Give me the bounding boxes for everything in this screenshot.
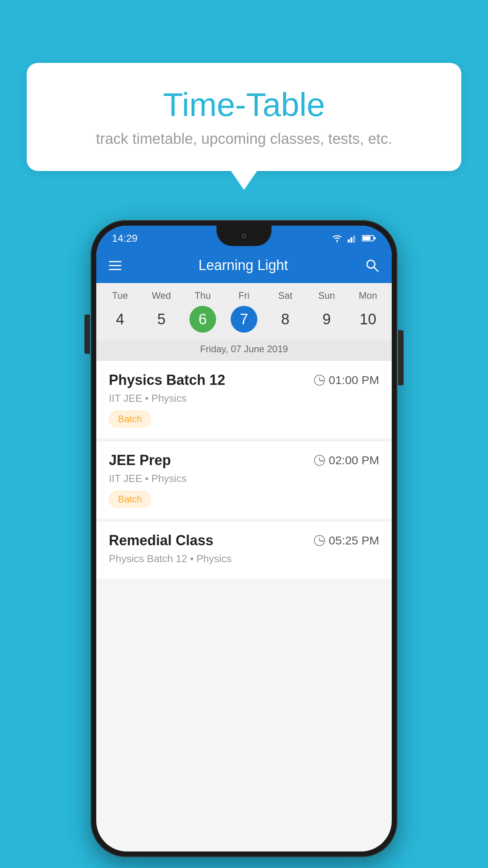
selected-date-label: Friday, 07 June 2019 — [96, 340, 392, 361]
search-button[interactable] — [365, 258, 379, 272]
camera — [240, 232, 248, 240]
date-col-8[interactable]: 8 — [265, 306, 306, 333]
date-8: 8 — [272, 306, 299, 333]
schedule-item-3-subtitle: Physics Batch 12 • Physics — [109, 553, 379, 565]
schedule-item-2-header: JEE Prep 02:00 PM — [109, 452, 379, 469]
day-col-wed[interactable]: Wed — [141, 290, 182, 301]
phone-notch — [216, 226, 272, 246]
date-5: 5 — [148, 306, 175, 333]
day-col-fri[interactable]: Fri — [223, 290, 264, 301]
date-col-9[interactable]: 9 — [306, 306, 347, 333]
schedule-item-2-subtitle: IIT JEE • Physics — [109, 473, 379, 485]
schedule-item-2[interactable]: JEE Prep 02:00 PM IIT JEE • Physics Batc… — [96, 441, 392, 519]
schedule-item-2-time: 02:00 PM — [314, 454, 379, 467]
date-9: 9 — [313, 306, 340, 333]
date-col-7[interactable]: 7 — [223, 306, 264, 333]
phone-screen: 14:29 — [96, 226, 392, 851]
clock-icon-1 — [314, 375, 325, 386]
day-name-wed: Wed — [152, 290, 171, 301]
day-name-thu: Thu — [194, 290, 211, 301]
schedule-item-3-time-text: 05:25 PM — [329, 534, 379, 547]
status-time: 14:29 — [112, 232, 138, 245]
schedule-item-3-header: Remedial Class 05:25 PM — [109, 532, 379, 549]
day-name-mon: Mon — [359, 290, 377, 301]
speech-bubble-subtitle: track timetable, upcoming classes, tests… — [42, 131, 446, 147]
phone-outer: 14:29 — [91, 220, 397, 857]
date-6-today: 6 — [189, 306, 216, 333]
app-bar: Learning Light — [96, 248, 392, 283]
days-header: Tue Wed Thu Fri Sat Sun Mon — [96, 283, 392, 303]
date-col-10[interactable]: 10 — [347, 306, 389, 333]
svg-rect-5 — [374, 237, 376, 239]
schedule-item-1-badge: Batch — [109, 411, 151, 427]
day-name-sat: Sat — [278, 290, 292, 301]
clock-minute-2 — [319, 460, 324, 462]
speech-bubble-title: Time-Table — [42, 86, 446, 123]
schedule-item-2-time-text: 02:00 PM — [329, 454, 379, 467]
day-col-mon[interactable]: Mon — [347, 290, 389, 301]
battery-icon — [362, 235, 376, 242]
search-icon — [365, 258, 379, 272]
hamburger-line — [109, 269, 121, 270]
speech-bubble: Time-Table track timetable, upcoming cla… — [27, 63, 461, 171]
clock-minute-1 — [319, 380, 324, 381]
schedule-item-3[interactable]: Remedial Class 05:25 PM Physics Batch 12… — [96, 521, 392, 579]
day-name-sun: Sun — [318, 290, 335, 301]
day-col-sun[interactable]: Sun — [306, 290, 347, 301]
schedule-item-1-title: Physics Batch 12 — [109, 372, 225, 388]
day-name-fri: Fri — [238, 290, 250, 301]
clock-icon-3 — [314, 535, 325, 546]
svg-rect-0 — [348, 239, 350, 243]
svg-line-7 — [374, 267, 378, 271]
status-icons — [331, 234, 376, 243]
clock-minute-3 — [319, 541, 324, 542]
schedule-item-1-time-text: 01:00 PM — [329, 373, 379, 387]
app-title: Learning Light — [132, 257, 354, 274]
svg-rect-2 — [353, 235, 355, 243]
schedule-item-3-time: 05:25 PM — [314, 534, 379, 547]
date-col-4[interactable]: 4 — [99, 306, 141, 333]
date-4: 4 — [107, 306, 134, 333]
date-10: 10 — [354, 306, 381, 333]
hamburger-line — [109, 261, 121, 262]
date-col-6[interactable]: 6 — [182, 306, 223, 333]
clock-icon-2 — [314, 455, 325, 466]
hamburger-menu-icon[interactable] — [109, 261, 121, 270]
schedule-item-2-title: JEE Prep — [109, 452, 171, 469]
wifi-icon — [331, 234, 343, 243]
svg-rect-1 — [350, 237, 352, 243]
speech-bubble-container: Time-Table track timetable, upcoming cla… — [27, 63, 461, 171]
schedule-item-3-title: Remedial Class — [109, 532, 213, 549]
day-name-tue: Tue — [112, 290, 128, 301]
svg-rect-4 — [363, 236, 371, 240]
schedule-item-1-time: 01:00 PM — [314, 373, 379, 387]
calendar-section: Tue Wed Thu Fri Sat Sun Mon 4 5 6 7 8 — [96, 283, 392, 361]
day-col-sat[interactable]: Sat — [265, 290, 306, 301]
signal-icon — [348, 234, 357, 243]
schedule-item-2-badge: Batch — [109, 491, 151, 508]
phone-frame: 14:29 — [91, 220, 397, 857]
date-col-5[interactable]: 5 — [141, 306, 182, 333]
day-col-thu[interactable]: Thu — [182, 290, 223, 301]
schedule-item-1-header: Physics Batch 12 01:00 PM — [109, 372, 379, 388]
dates-row: 4 5 6 7 8 9 10 — [96, 303, 392, 340]
date-7-selected: 7 — [231, 306, 257, 333]
hamburger-line — [109, 265, 121, 266]
schedule-list: Physics Batch 12 01:00 PM IIT JEE • Phys… — [96, 361, 392, 581]
schedule-item-1-subtitle: IIT JEE • Physics — [109, 392, 379, 405]
schedule-item-1[interactable]: Physics Batch 12 01:00 PM IIT JEE • Phys… — [96, 361, 392, 438]
day-col-tue[interactable]: Tue — [99, 290, 141, 301]
